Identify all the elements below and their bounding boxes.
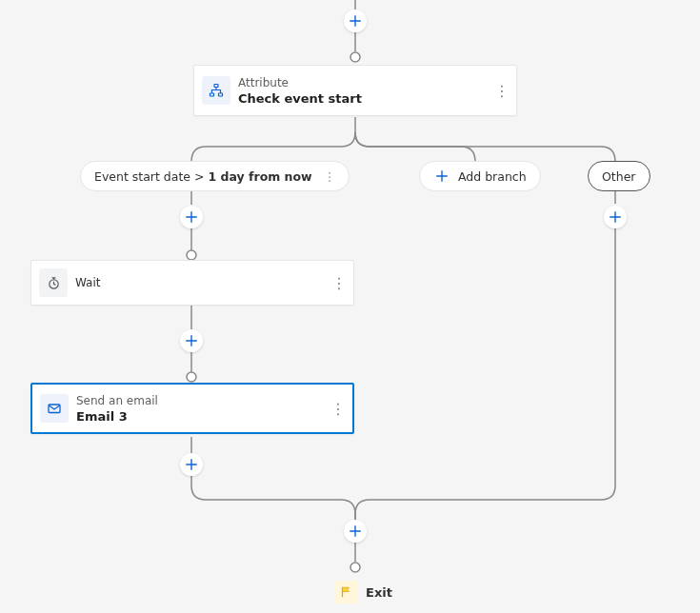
email-card[interactable]: Send an email Email 3 ⋮	[30, 383, 354, 434]
svg-rect-4	[214, 85, 218, 88]
email-title: Email 3	[76, 409, 324, 424]
svg-point-3	[350, 563, 360, 572]
add-branch-label: Add branch	[458, 169, 527, 184]
add-step-after-email-button[interactable]	[180, 453, 203, 476]
attribute-label: Attribute	[238, 76, 488, 89]
attribute-title: Check event start	[238, 91, 488, 106]
plus-icon	[433, 168, 450, 185]
email-label: Send an email	[76, 394, 324, 407]
wait-menu-button[interactable]: ⋮	[325, 274, 353, 292]
branch-other-label: Other	[602, 169, 636, 184]
attribute-icon	[202, 76, 230, 105]
email-menu-button[interactable]: ⋮	[324, 400, 352, 418]
flag-icon	[334, 581, 357, 603]
add-step-after-condition-button[interactable]	[180, 206, 203, 228]
plus-icon	[185, 458, 198, 471]
add-step-after-wait-button[interactable]	[180, 329, 203, 352]
plus-icon	[185, 210, 198, 224]
svg-rect-6	[219, 93, 223, 96]
branch-condition-menu-button[interactable]: ⋮	[320, 169, 336, 184]
svg-point-2	[187, 372, 196, 382]
plus-icon	[185, 334, 198, 347]
wait-card[interactable]: Wait ⋮	[30, 260, 354, 306]
svg-point-1	[187, 250, 196, 260]
email-icon-slot	[32, 394, 76, 423]
branch-condition-prefix: Event start date >	[94, 169, 208, 184]
branch-other-pill[interactable]: Other	[588, 161, 650, 191]
wait-icon-slot	[31, 268, 75, 297]
svg-rect-5	[210, 93, 214, 96]
add-step-before-exit-button[interactable]	[344, 520, 367, 543]
add-step-top-button[interactable]	[344, 10, 367, 32]
add-branch-button[interactable]: Add branch	[419, 161, 541, 191]
plus-icon	[609, 210, 622, 224]
branch-condition-text: Event start date > 1 day from now	[94, 169, 312, 184]
add-step-other-branch-button[interactable]	[604, 206, 627, 228]
attribute-icon-slot	[194, 76, 238, 105]
stopwatch-icon	[39, 268, 68, 297]
exit-label: Exit	[366, 585, 392, 600]
branch-condition-pill[interactable]: Event start date > 1 day from now ⋮	[80, 161, 350, 191]
email-icon	[40, 394, 69, 423]
plus-icon	[349, 524, 362, 538]
plus-icon	[349, 14, 362, 28]
attribute-menu-button[interactable]: ⋮	[488, 82, 516, 100]
wait-label: Wait	[75, 276, 325, 289]
svg-point-0	[350, 52, 360, 62]
branch-condition-value: 1 day from now	[208, 169, 311, 184]
attribute-card[interactable]: Attribute Check event start ⋮	[193, 65, 517, 116]
